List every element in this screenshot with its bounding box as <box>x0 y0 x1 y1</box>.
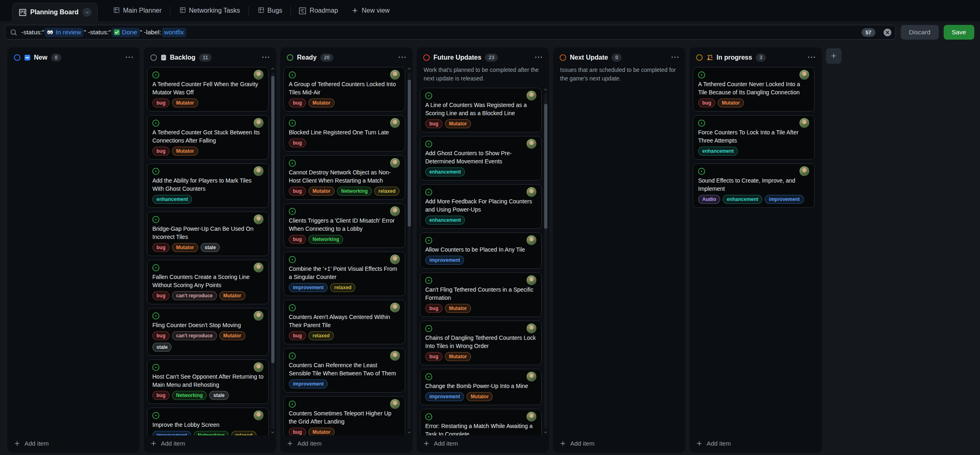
issue-card[interactable]: A Tethered Counter Got Stuck Between Its… <box>147 115 269 160</box>
assignee-avatar[interactable] <box>254 214 263 224</box>
add-item-button[interactable]: Add item <box>417 435 549 453</box>
label-pill[interactable]: relaxed <box>308 331 334 340</box>
tab-menu-button[interactable] <box>83 8 92 17</box>
assignee-avatar[interactable] <box>527 187 536 197</box>
add-item-button[interactable]: Add item <box>7 435 140 453</box>
issue-title[interactable]: Host Can't See Opponent After Returning … <box>152 372 263 389</box>
label-pill[interactable]: Mutator <box>219 291 246 300</box>
add-item-button[interactable]: Add item <box>553 435 685 453</box>
label-pill[interactable]: enhancement <box>723 195 762 204</box>
label-pill[interactable]: bug <box>152 98 170 107</box>
discard-button[interactable]: Discard <box>901 25 939 40</box>
column-menu-button[interactable] <box>670 53 680 62</box>
label-pill[interactable]: improvement <box>425 256 464 265</box>
issue-title[interactable]: Bridge-Gap Power-Up Can Be Used On Incor… <box>152 225 263 241</box>
issue-title[interactable]: Force Counters To Lock Into a Tile After… <box>698 128 809 145</box>
scroll-up-icon[interactable] <box>543 87 548 92</box>
assignee-avatar[interactable] <box>390 303 400 312</box>
label-pill[interactable]: Audio <box>698 195 720 204</box>
issue-card[interactable]: Fling Counter Doesn't Stop Moving bugcan… <box>147 308 269 356</box>
tab-main-planner[interactable]: Main Planner <box>106 4 168 18</box>
issue-title[interactable]: Change the Bomb Power-Up Into a Mine <box>425 382 536 390</box>
label-pill[interactable]: enhancement <box>425 216 465 225</box>
label-pill[interactable]: Mutator <box>445 352 471 361</box>
issue-title[interactable]: Combine the '+1' Point Visual Effects Fr… <box>289 265 400 281</box>
label-pill[interactable]: Mutator <box>445 119 471 128</box>
assignee-avatar[interactable] <box>390 158 400 168</box>
scroll-down-icon[interactable] <box>270 430 275 435</box>
assignee-avatar[interactable] <box>390 351 400 361</box>
label-pill[interactable]: Mutator <box>467 392 493 401</box>
issue-title[interactable]: Counters Sometimes Teleport Higher Up th… <box>289 409 400 426</box>
issue-title[interactable]: Cannot Destroy Network Object as Non-Hos… <box>289 168 400 185</box>
column-scrollbar[interactable] <box>270 67 275 435</box>
assignee-avatar[interactable] <box>799 118 809 128</box>
assignee-avatar[interactable] <box>254 362 263 372</box>
issue-card[interactable]: Cannot Destroy Network Object as Non-Hos… <box>284 155 405 200</box>
label-pill[interactable]: Networking <box>172 391 207 400</box>
label-pill[interactable]: improvement <box>425 392 464 401</box>
label-pill[interactable]: Networking <box>308 235 343 244</box>
label-pill[interactable]: enhancement <box>425 167 465 176</box>
label-pill[interactable]: improvement <box>289 283 328 292</box>
label-pill[interactable]: enhancement <box>698 147 738 156</box>
issue-title[interactable]: A Tethered Counter Got Stuck Between Its… <box>152 128 263 145</box>
add-item-button[interactable]: Add item <box>280 435 413 453</box>
label-pill[interactable]: bug <box>698 98 715 107</box>
scroll-down-icon[interactable] <box>543 430 548 435</box>
assignee-avatar[interactable] <box>254 70 263 80</box>
assignee-avatar[interactable] <box>527 91 536 100</box>
filter-token[interactable]: In review <box>45 28 83 37</box>
issue-title[interactable]: Fling Counter Doesn't Stop Moving <box>152 321 263 329</box>
issue-card[interactable]: Combine the '+1' Point Visual Effects Fr… <box>284 252 405 296</box>
assignee-avatar[interactable] <box>527 323 536 333</box>
issue-title[interactable]: Improve the Lobby Screen <box>152 421 263 429</box>
issue-card[interactable]: Clients Triggers a 'Client ID Misatch' E… <box>284 203 405 248</box>
label-pill[interactable]: bug <box>289 428 306 435</box>
issue-card[interactable]: A Tethered Counter Never Locked Into a T… <box>693 67 815 112</box>
assignee-avatar[interactable] <box>390 399 400 409</box>
label-pill[interactable]: improvement <box>152 431 191 435</box>
label-pill[interactable]: enhancement <box>152 195 192 204</box>
issue-card[interactable]: Can't Fling Tethered Counters in a Speci… <box>420 272 542 317</box>
scrollbar-thumb[interactable] <box>408 80 411 227</box>
issue-card[interactable]: Change the Bomb Power-Up Into a Mine imp… <box>420 369 542 405</box>
assignee-avatar[interactable] <box>527 275 536 285</box>
column-menu-button[interactable] <box>397 53 407 62</box>
label-pill[interactable]: Mutator <box>172 243 198 252</box>
assignee-avatar[interactable] <box>254 410 263 420</box>
filter-input[interactable]: -status:"In review" -status:"Done" -labe… <box>5 25 896 40</box>
issue-card[interactable]: Improve the Lobby Screen improvementNetw… <box>147 408 269 435</box>
save-button[interactable]: Save <box>944 25 974 40</box>
scroll-down-icon[interactable] <box>407 430 411 435</box>
add-item-button[interactable]: Add item <box>144 435 276 453</box>
issue-card[interactable]: Host Can't See Opponent After Returning … <box>147 359 269 404</box>
label-pill[interactable]: stale <box>152 343 172 352</box>
label-pill[interactable]: improvement <box>289 379 328 388</box>
assignee-avatar[interactable] <box>390 118 400 128</box>
label-pill[interactable]: relaxed <box>231 431 257 435</box>
issue-title[interactable]: Chains of Dangling Tethered Counters Loc… <box>425 334 536 350</box>
label-pill[interactable]: bug <box>152 331 170 340</box>
label-pill[interactable]: Networking <box>337 187 372 196</box>
issue-title[interactable]: Sound Effects to Create, Improve, and Im… <box>698 176 809 193</box>
issue-card[interactable]: Counters Can Reference the Least Sensibl… <box>284 348 405 393</box>
issue-title[interactable]: A Tethered Counter Never Locked Into a T… <box>698 80 809 96</box>
label-pill[interactable]: bug <box>425 119 442 128</box>
clear-filter-button[interactable] <box>884 29 891 36</box>
label-pill[interactable]: Mutator <box>172 147 198 156</box>
issue-title[interactable]: Add the Ability for Players to Mark Tile… <box>152 176 263 193</box>
label-pill[interactable]: bug <box>289 98 306 107</box>
issue-title[interactable]: Counters Can Reference the Least Sensibl… <box>289 361 400 377</box>
assignee-avatar[interactable] <box>799 70 809 80</box>
assignee-avatar[interactable] <box>254 263 263 272</box>
issue-title[interactable]: A Line of Counters Was Registered as a S… <box>425 101 536 117</box>
tab-roadmap[interactable]: Roadmap <box>292 4 344 18</box>
label-pill[interactable]: Networking <box>194 431 228 435</box>
label-pill[interactable]: Mutator <box>308 98 335 107</box>
assignee-avatar[interactable] <box>254 311 263 321</box>
assignee-avatar[interactable] <box>527 412 536 422</box>
issue-card[interactable]: A Group of Tethered Counters Locked Into… <box>284 67 405 112</box>
issue-title[interactable]: Blocked Line Registered One Turn Late <box>289 128 400 136</box>
issue-card[interactable]: Sound Effects to Create, Improve, and Im… <box>693 163 815 208</box>
